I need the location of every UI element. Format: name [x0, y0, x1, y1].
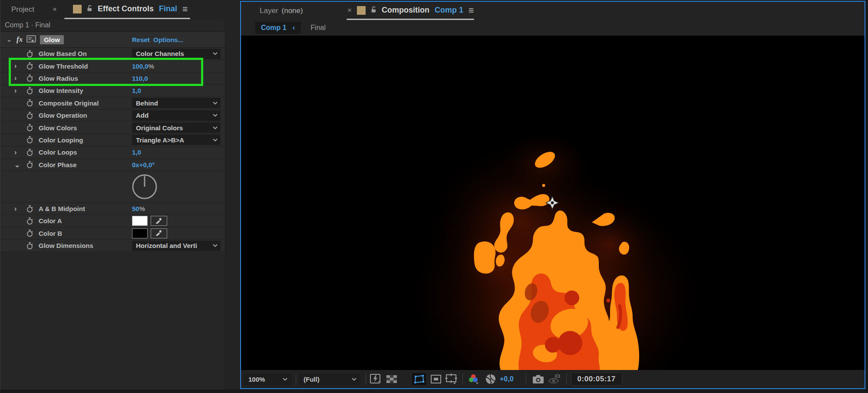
show-snapshot-eye-icon[interactable] — [548, 374, 561, 384]
eyedropper-icon[interactable] — [151, 216, 167, 226]
fast-preview-icon[interactable] — [370, 373, 382, 385]
close-icon[interactable]: × — [347, 6, 352, 15]
chevron-right-icon[interactable]: › — [14, 205, 26, 213]
effect-panel-tabbar: Project × Effect Controls Final ≡ — [0, 0, 240, 19]
param-row-color-phase: ⌄Color Phase0x+0,0° — [0, 159, 225, 171]
stopwatch-icon[interactable] — [26, 217, 39, 225]
tab-composition[interactable]: × Composition Comp 1 ≡ — [347, 2, 474, 19]
param-value[interactable]: 1,0 — [132, 149, 141, 156]
tab-project-label: Project — [11, 5, 34, 14]
tab-effect-controls[interactable]: Effect Controls Final ≡ — [64, 0, 188, 18]
channels-rgb-icon[interactable] — [468, 374, 479, 384]
tab-layer[interactable]: Layer (none) — [260, 2, 303, 20]
stopwatch-icon[interactable] — [26, 50, 39, 58]
chevron-right-icon[interactable]: › — [14, 149, 26, 156]
param-value-area: 0x+0,0° — [132, 161, 155, 168]
composition-target: Comp 1 — [435, 6, 463, 15]
layer-tab-value: (none) — [282, 7, 303, 15]
fx-icon[interactable]: fx — [17, 35, 23, 44]
param-dropdown[interactable]: Behind — [132, 98, 221, 108]
chevron-right-icon[interactable]: › — [14, 62, 26, 70]
breadcrumb-current: Final — [310, 24, 326, 32]
panel-group-swatch — [73, 5, 82, 13]
param-row-glow-threshold: ›Glow Threshold100,0% — [0, 60, 225, 72]
param-value[interactable]: 100,0 — [132, 63, 149, 70]
panel-menu-icon[interactable]: ≡ — [469, 6, 474, 15]
unlock-icon[interactable] — [371, 6, 376, 15]
after-effects-workspace: Project × Effect Controls Final ≡ Comp 1… — [0, 0, 868, 393]
param-value[interactable]: 1,0 — [132, 87, 141, 94]
param-value-suffix: % — [149, 63, 154, 70]
chevron-right-icon[interactable]: › — [14, 87, 26, 95]
param-label: Glow Radius — [39, 75, 132, 82]
color-swatch[interactable] — [132, 216, 148, 226]
param-row-a-b-midpoint: ›A & B Midpoint50% — [0, 203, 225, 215]
param-value-area: Behind — [132, 98, 221, 108]
stopwatch-icon[interactable] — [26, 99, 39, 107]
stopwatch-icon[interactable] — [26, 136, 39, 144]
chevron-down-icon[interactable]: ⌄ — [14, 161, 26, 169]
viewer-tabbar: Layer (none) × Composition Comp 1 ≡ — [241, 2, 865, 20]
effect-controls-title: Effect Controls — [98, 4, 154, 13]
stopwatch-icon[interactable] — [26, 87, 39, 95]
panel-menu-icon[interactable]: ≡ — [182, 4, 188, 13]
transparency-grid-icon[interactable] — [386, 375, 397, 383]
param-dropdown[interactable]: Color Channels — [132, 49, 221, 59]
param-value[interactable]: 50 — [132, 205, 139, 212]
effect-controls-target: Final — [159, 4, 177, 13]
stopwatch-icon[interactable] — [26, 62, 39, 70]
composition-viewport[interactable] — [241, 36, 865, 370]
view-options-icon[interactable] — [445, 373, 458, 385]
param-dropdown[interactable]: Horizontal and Verti — [132, 241, 221, 251]
breadcrumb-comp-button[interactable]: Comp 1 ‹ — [255, 22, 301, 34]
param-row-glow-radius: ›Glow Radius110,0 — [0, 73, 225, 85]
tab-project[interactable]: Project × — [0, 0, 64, 19]
param-value-area: 1,0 — [132, 149, 141, 156]
param-value[interactable]: 110,0 — [132, 75, 148, 82]
reset-button[interactable]: Reset — [132, 36, 150, 43]
exposure-value[interactable]: +0,0 — [500, 375, 514, 383]
region-of-interest-icon[interactable] — [412, 373, 426, 385]
close-icon[interactable]: × — [53, 5, 57, 14]
options-button[interactable]: Options... — [153, 36, 183, 43]
composition-title: Composition — [382, 6, 429, 15]
param-dropdown[interactable]: Add — [132, 110, 221, 121]
param-row-glow-dimensions: Glow DimensionsHorizontal and Verti — [0, 240, 225, 252]
color-swatch[interactable] — [132, 228, 148, 238]
param-row-glow-based-on: Glow Based OnColor Channels — [0, 48, 225, 60]
toolbar-separator — [462, 373, 463, 385]
chevron-down-icon[interactable]: ⌄ — [6, 36, 13, 43]
mask-guides-icon[interactable] — [430, 374, 442, 384]
chevron-right-icon[interactable]: › — [14, 74, 26, 82]
stopwatch-icon[interactable] — [26, 124, 39, 132]
param-value-area: Horizontal and Verti — [132, 241, 221, 251]
zoom-dropdown[interactable]: 100% — [244, 373, 291, 385]
param-row-glow-intensity: ›Glow Intensity1,0 — [0, 85, 225, 97]
unlock-icon[interactable] — [87, 5, 92, 13]
param-label: Glow Intensity — [39, 87, 132, 94]
resolution-dropdown[interactable]: (Full) — [299, 373, 360, 385]
param-label: Glow Dimensions — [39, 242, 132, 249]
breadcrumb: Comp 1 · Final — [0, 19, 225, 31]
param-value[interactable]: 0x+0,0° — [132, 161, 155, 168]
param-dropdown[interactable]: Original Colors — [132, 122, 221, 133]
stopwatch-icon[interactable] — [26, 242, 39, 250]
stopwatch-icon[interactable] — [26, 74, 39, 82]
exposure-icon[interactable] — [485, 373, 496, 385]
stopwatch-icon[interactable] — [26, 161, 39, 168]
stopwatch-icon[interactable] — [26, 229, 39, 237]
param-value-area: 50% — [132, 205, 145, 212]
stopwatch-icon[interactable] — [26, 205, 39, 213]
effect-name-selected[interactable]: Glow — [40, 35, 64, 44]
breadcrumb-comp-label: Comp 1 — [261, 24, 287, 32]
timecode-display[interactable]: 0:00:05:17 — [571, 373, 622, 386]
stopwatch-icon[interactable] — [26, 112, 39, 119]
param-row-color-looping: Color LoopingTriangle A>B>A — [0, 134, 225, 146]
stopwatch-icon[interactable] — [26, 149, 39, 156]
dropdown-value: Color Channels — [136, 50, 184, 57]
angle-dial[interactable] — [131, 173, 158, 202]
snapshot-camera-icon[interactable] — [532, 374, 544, 384]
eyedropper-icon[interactable] — [151, 228, 167, 238]
toolbar-separator — [366, 373, 366, 385]
param-dropdown[interactable]: Triangle A>B>A — [132, 135, 221, 145]
